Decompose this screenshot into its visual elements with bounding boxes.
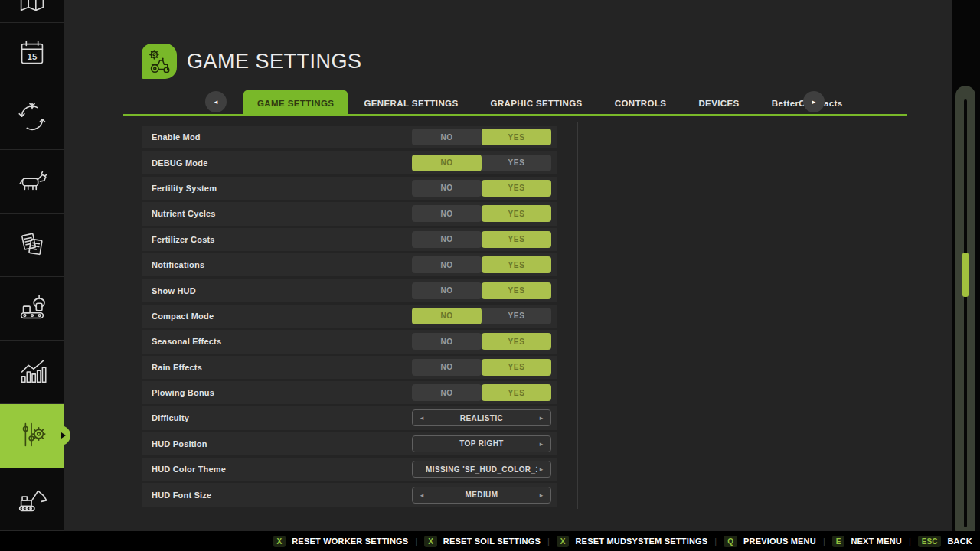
sidebar-item-crop-rotation[interactable] [0,86,64,150]
setting-label: Nutrient Cycles [152,209,216,218]
toggle-group: NO YES [412,231,551,248]
tab-game-settings[interactable]: GAME SETTINGS [243,90,348,116]
chevron-right-icon[interactable]: ▸ [537,491,545,499]
toggle-yes-button[interactable]: YES [482,256,551,273]
sidebar-item-production[interactable] [0,277,64,341]
setting-label: Enable Mod [152,132,201,142]
chevron-right-icon: ▸ [812,98,816,106]
setting-label: Difficulty [152,413,189,422]
tab-controls[interactable]: CONTROLS [599,92,683,115]
chevron-left-icon[interactable]: ◂ [418,491,426,499]
shortcut-label: PREVIOUS MENU [743,536,816,546]
value-selector[interactable]: ◂ TOP RIGHT ▸ [412,435,551,452]
page-scrollbar [956,86,975,540]
toggle-group: NO YES [412,205,551,222]
production-icon [15,291,50,326]
toggle-yes-button[interactable]: YES [482,231,551,248]
shortcut-next-menu[interactable]: E NEXT MENU [832,536,902,547]
shortcut-back[interactable]: ESC BACK [918,536,972,547]
setting-label: Compact Mode [152,311,214,321]
setting-row-difficulty: Difficulty ◂ REALISTIC ▸ [142,406,557,429]
toggle-no-button[interactable]: NO [412,308,482,324]
setting-label: Fertility System [152,184,217,193]
setting-row-rain-effects: Rain Effects NO YES [142,356,557,379]
shortcut-reset-mudsystem[interactable]: X RESET MUDSYSTEM SETTINGS [557,536,708,547]
shortcut-label: BACK [947,536,972,546]
setting-row-nutrient-cycles: Nutrient Cycles NO YES [142,202,557,225]
tabs-next-button[interactable]: ▸ [803,91,825,112]
separator: | [547,536,550,546]
shortcut-reset-soil[interactable]: X RESET SOIL SETTINGS [424,536,541,547]
sidebar-item-mod-settings[interactable] [0,404,64,468]
excavator-icon [15,481,50,517]
tab-graphic-settings[interactable]: GRAPHIC SETTINGS [475,92,599,115]
chevron-left-icon[interactable]: ◂ [418,414,426,422]
toggle-yes-button[interactable]: YES [482,308,551,324]
toggle-no-button[interactable]: NO [412,205,482,222]
toggle-yes-button[interactable]: YES [482,155,551,171]
svg-text:15: 15 [27,52,37,61]
value-selector[interactable]: ◂ MISSING 'SF_HUD_COLOR_1' L… ▸ [412,461,551,478]
shortcut-reset-worker[interactable]: X RESET WORKER SETTINGS [273,536,409,547]
toggle-no-button[interactable]: NO [412,180,482,197]
toggle-no-button[interactable]: NO [412,384,482,401]
value-selector[interactable]: ◂ REALISTIC ▸ [412,409,551,426]
statistics-icon [15,354,50,390]
toggle-yes-button[interactable]: YES [482,359,551,376]
setting-label: Show HUD [152,286,196,295]
shortcut-label: RESET SOIL SETTINGS [443,536,541,546]
list-scrollbar-track[interactable] [577,122,578,509]
crop-rotation-icon [15,100,50,135]
chevron-right-icon[interactable]: ▸ [537,465,545,473]
value-selector[interactable]: ◂ MEDIUM ▸ [412,487,551,504]
toggle-yes-button[interactable]: YES [482,129,551,145]
tab-general-settings[interactable]: GENERAL SETTINGS [348,92,474,115]
toggle-group: NO YES [412,333,551,350]
toggle-group: NO YES [412,155,551,171]
toggle-no-button[interactable]: NO [412,231,482,248]
toggle-no-button[interactable]: NO [412,359,482,376]
tabs-prev-button[interactable]: ◂ [205,91,227,112]
tractor-gear-icon [145,47,174,76]
sidebar-item-calendar[interactable]: 15 [0,23,64,86]
keycap-x: X [424,536,437,547]
setting-row-fertilizer-costs: Fertilizer Costs NO YES [142,228,557,251]
tab-devices[interactable]: DEVICES [682,92,755,115]
sidebar-item-construction[interactable] [0,468,64,531]
page-title: GAME SETTINGS [187,50,362,73]
mod-settings-app-icon [142,44,177,79]
toggle-no-button[interactable]: NO [412,333,482,350]
setting-row-show-hud: Show HUD NO YES [142,279,557,302]
toggle-yes-button[interactable]: YES [482,333,551,350]
setting-label: HUD Position [152,439,207,448]
map-icon [15,0,50,18]
contracts-icon [15,227,50,262]
toggle-yes-button[interactable]: YES [482,205,551,222]
chevron-right-icon[interactable]: ▸ [537,414,545,422]
toggle-yes-button[interactable]: YES [482,180,551,197]
toggle-no-button[interactable]: NO [412,256,482,273]
separator: | [909,536,911,546]
selector-value: MEDIUM [426,491,537,499]
setting-label: Fertilizer Costs [152,235,215,244]
setting-label: DEBUG Mode [152,158,208,168]
toggle-yes-button[interactable]: YES [482,384,551,401]
scrollbar-track[interactable] [964,99,967,527]
sidebar-item-map[interactable] [0,0,64,23]
toggle-yes-button[interactable]: YES [482,282,551,299]
sidebar-item-contracts[interactable] [0,214,64,277]
toggle-no-button[interactable]: NO [412,129,482,145]
setting-row-compact-mode: Compact Mode NO YES [142,305,557,328]
tab-bar: GAME SETTINGS GENERAL SETTINGS GRAPHIC S… [243,90,859,116]
sidebar-item-animals[interactable] [0,150,64,214]
game-settings-screen: GAME SETTINGS ◂ ▸ GAME SETTINGS GENERAL … [0,0,980,551]
separator: | [415,536,417,546]
setting-row-hud-color-theme: HUD Color Theme ◂ MISSING 'SF_HUD_COLOR_… [142,458,557,481]
chevron-right-icon[interactable]: ▸ [537,440,545,448]
shortcut-previous-menu[interactable]: Q PREVIOUS MENU [724,536,816,547]
scrollbar-thumb[interactable] [962,253,969,297]
selector-value: TOP RIGHT [426,439,537,448]
toggle-no-button[interactable]: NO [412,155,482,171]
sidebar-item-statistics[interactable] [0,341,64,404]
toggle-no-button[interactable]: NO [412,282,482,299]
